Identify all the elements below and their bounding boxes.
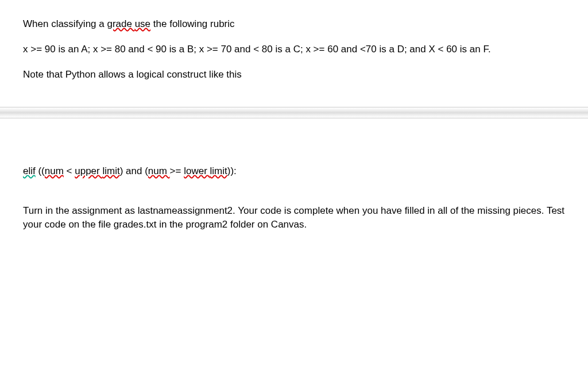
text-fragment: When classifying a bbox=[23, 18, 107, 29]
spell-error-upper: upper bbox=[75, 165, 102, 176]
spell-error-num: num bbox=[45, 165, 64, 176]
paragraph-rubric-intro: When classifying a grade use the followi… bbox=[23, 17, 565, 31]
grammar-error-elif: elif bbox=[23, 165, 36, 176]
spell-error-use: use bbox=[135, 18, 150, 29]
paragraph-code-example: elif ((num < upper limit) and (num >= lo… bbox=[23, 164, 565, 178]
spell-error-limit: limit bbox=[102, 165, 119, 176]
page-break-divider bbox=[0, 107, 588, 118]
paragraph-python-note: Note that Python allows a logical constr… bbox=[23, 68, 565, 82]
text-fragment: >= bbox=[170, 165, 184, 176]
spell-error-grade: grade bbox=[107, 18, 134, 29]
text-fragment: ) and ( bbox=[120, 165, 148, 176]
spell-error-limit2: limit bbox=[210, 165, 227, 176]
paragraph-rubric-rules: x >= 90 is an A; x >= 80 and < 90 is a B… bbox=[23, 43, 565, 56]
text-fragment: the following rubric bbox=[150, 18, 234, 29]
text-fragment: )): bbox=[227, 165, 237, 176]
text-fragment: (( bbox=[36, 165, 45, 176]
spell-error-lower: lower bbox=[184, 165, 210, 176]
text-fragment: < bbox=[64, 165, 75, 176]
paragraph-instructions: Turn in the assignment as lastnameassign… bbox=[23, 204, 565, 232]
spell-error-num2: num bbox=[148, 165, 170, 176]
